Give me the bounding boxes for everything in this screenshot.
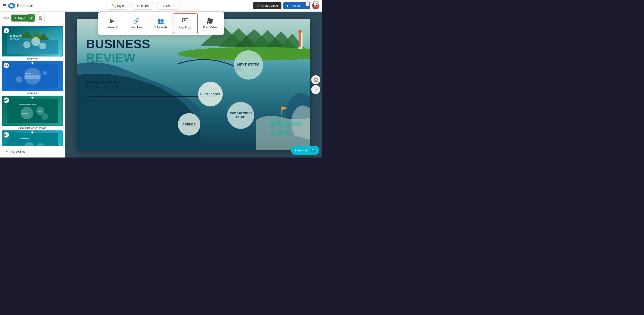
thumb-inner-howfar: HOW FAR WE'VE COME Key metrics Progress <box>2 96 62 126</box>
present-button[interactable]: ▶ Present <box>283 2 304 9</box>
help-icon: ? <box>311 148 315 152</box>
current-news-circle[interactable]: Current news <box>198 82 223 106</box>
presenter-info: Presenter Name for Company name <box>86 80 120 90</box>
slide-item-overview[interactable]: 1 <box>2 26 63 61</box>
share-option-prezi-video[interactable]: 🎥 Prezi Video <box>198 14 222 33</box>
svg-point-7 <box>23 41 30 48</box>
slides-list: 1 <box>0 24 65 146</box>
svg-point-16 <box>42 70 47 75</box>
svg-point-15 <box>16 76 22 83</box>
svg-rect-39 <box>299 32 300 48</box>
topic-button[interactable]: + Topic ▾ <box>12 14 35 22</box>
slide-label-howfar: HOW FAR WE'VE COME <box>2 126 63 130</box>
svg-rect-40 <box>300 32 301 48</box>
share-option-present[interactable]: ▶ Present <box>100 14 124 33</box>
how-far-circle[interactable]: HOW FAR WE'VE COME <box>227 102 254 129</box>
svg-text:Key metrics: Key metrics <box>20 113 28 114</box>
create-video-button[interactable]: 🎥 Create video <box>253 2 282 9</box>
svg-point-6 <box>31 37 40 46</box>
sidebar-toolbar: Undo + Topic ▾ 🏠 <box>0 12 65 24</box>
slide-thumbnail-agenda: 2-3 AGENDA <box>2 61 63 91</box>
next-steps-circle[interactable]: NEXT STEPS <box>234 50 263 80</box>
app-logo <box>8 3 15 8</box>
video-camera-icon: 🎥 <box>256 4 260 8</box>
svg-text:Progress: Progress <box>38 110 42 112</box>
present-dropdown-icon: ▶ <box>110 18 114 24</box>
topbar: ☰ Deep dive ✏️ Style ⊕ Insert ⬆ Share 📋 … <box>0 0 322 12</box>
home-nav-button[interactable]: 🏠 <box>311 75 320 84</box>
topbar-center: ✏️ Style ⊕ Insert ⬆ Share <box>36 2 250 10</box>
presenter-name: Presenter Name <box>86 80 120 85</box>
thumb-inner-overview: BUSINESS REVIEW <box>2 27 62 56</box>
svg-text:REVIEW: REVIEW <box>10 38 19 40</box>
insert-icon: ⊕ <box>137 4 140 8</box>
svg-point-21 <box>42 113 48 120</box>
divider-line <box>86 96 216 97</box>
topic-main[interactable]: + Topic <box>12 14 28 22</box>
undo-button[interactable]: Undo <box>3 16 10 20</box>
connection-dot-1 <box>31 62 34 64</box>
app-title: Deep dive <box>17 4 33 8</box>
svg-text:AGENDA: AGENDA <box>26 72 34 74</box>
share-dropdown: ▶ Present 🔗 View Link 👥 Collaborate Live… <box>98 12 224 35</box>
insert-button[interactable]: ⊕ Insert <box>131 2 154 10</box>
presenter-company: for Company name <box>86 85 120 90</box>
style-icon: ✏️ <box>112 4 116 8</box>
topbar-left: ☰ Deep dive <box>3 3 33 8</box>
share-button[interactable]: ⬆ Share <box>156 2 180 10</box>
sidebar-footer: ↩ Path settings <box>0 146 65 158</box>
editing-text: Editing text is easy... <box>270 119 301 137</box>
svg-text:NEW GOALS: NEW GOALS <box>20 138 30 139</box>
live-prezi-icon <box>182 18 188 24</box>
slide-thumbnail-overview: 1 <box>2 26 63 56</box>
business-review: BUSINESS REVIEW <box>86 37 150 64</box>
thumb-inner-agenda: AGENDA <box>2 62 62 91</box>
slide-thumbnail-howfar: 4-11 HOW FAR WE'VE COME Key metrics Prog… <box>2 96 63 126</box>
canvas-right-nav: 🏠 ↩ <box>310 74 322 96</box>
slide-label-agenda: AGENDA <box>2 91 63 96</box>
slide-label-overview: Overview <box>2 56 63 61</box>
topbar-right: 📋 💬 🎥 Create video ▶ Present ▾ SO <box>253 2 319 10</box>
svg-point-8 <box>39 42 46 49</box>
slide-item-agenda[interactable]: 2-3 AGENDA AGENDA <box>2 61 63 96</box>
share-option-collaborate[interactable]: 👥 Collaborate <box>148 14 173 33</box>
slide-badge-howfar: 4-11 <box>4 98 9 103</box>
share-option-live-prezi[interactable]: Live Prezi <box>173 14 198 33</box>
style-button[interactable]: ✏️ Style <box>106 2 130 10</box>
comment-icon[interactable]: 💬 <box>312 0 320 8</box>
slide-badge-newgoals: 12-20 <box>4 132 9 138</box>
slide-badge-overview: 1 <box>4 28 9 34</box>
sidebar: Undo + Topic ▾ 🏠 1 <box>0 12 65 158</box>
svg-rect-42 <box>298 47 302 49</box>
back-nav-button[interactable]: ↩ <box>311 85 320 94</box>
slide-canvas[interactable]: COMPANY LOGO BUSINESS REVIEW Presenter N… <box>77 19 310 150</box>
slide-item-howfar[interactable]: 4-11 HOW FAR WE'VE COME Key metrics Prog… <box>2 96 63 130</box>
share-icon: ⬆ <box>162 4 164 8</box>
collaborate-icon: 👥 <box>157 18 164 24</box>
svg-text:BUSINESS: BUSINESS <box>10 35 22 38</box>
business-text: BUSINESS <box>86 37 150 51</box>
play-icon: ▶ <box>287 4 289 8</box>
top-right-icons: 📋 💬 <box>304 0 320 8</box>
svg-rect-14 <box>25 75 40 79</box>
home-button[interactable]: 🏠 <box>36 14 44 22</box>
path-settings-button[interactable]: ↩ Path settings <box>3 148 28 155</box>
review-text: REVIEW <box>86 51 150 65</box>
need-help-button[interactable]: Need help ? <box>291 146 319 155</box>
agenda-circle[interactable]: AGENDA <box>178 113 200 136</box>
svg-text:HOW FAR WE'VE COME: HOW FAR WE'VE COME <box>19 104 37 106</box>
home-icon: 🏠 <box>38 16 43 20</box>
link-icon: 🔗 <box>133 18 140 24</box>
path-settings-icon: ↩ <box>6 150 8 153</box>
connection-dot-2 <box>31 96 34 99</box>
svg-rect-51 <box>281 106 282 116</box>
share-option-view-link[interactable]: 🔗 View Link <box>124 14 148 33</box>
topic-dropdown[interactable]: ▾ <box>28 14 35 22</box>
connection-dot-3 <box>31 131 34 134</box>
slide-badge-agenda: 2-3 <box>4 63 9 68</box>
plus-icon: + <box>14 16 16 20</box>
hamburger-icon[interactable]: ☰ <box>3 3 6 8</box>
notes-icon[interactable]: 📋 <box>304 0 312 8</box>
prezi-video-icon: 🎥 <box>206 18 213 24</box>
